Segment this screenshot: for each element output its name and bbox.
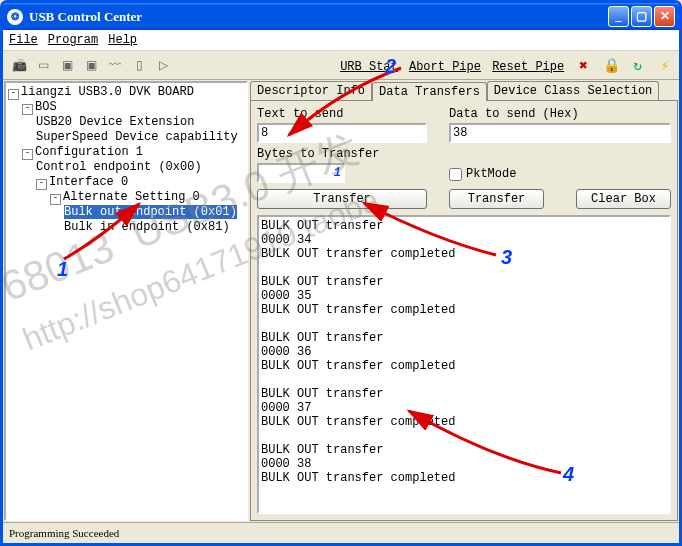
text-to-send-label: Text to send bbox=[257, 107, 427, 121]
bytes-label: Bytes to Transfer bbox=[257, 147, 427, 161]
lock-icon[interactable]: 🔒 bbox=[603, 57, 619, 74]
tree-label[interactable]: Bulk out endpoint (0x01) bbox=[64, 205, 237, 219]
toolbar: 📠 ▭ ▣ ▣ 〰 ▯ ▷ URB Stat Abort Pipe Reset … bbox=[3, 51, 679, 80]
tree-label[interactable]: USB20 Device Extension bbox=[36, 115, 194, 129]
device-icon[interactable]: 📠 bbox=[10, 56, 28, 74]
wave-icon[interactable]: 〰 bbox=[106, 56, 124, 74]
window-title: USB Control Center bbox=[29, 9, 142, 25]
box1-icon[interactable]: ▣ bbox=[58, 56, 76, 74]
tree-label[interactable]: SuperSpeed Device capability bbox=[36, 130, 238, 144]
tree-node[interactable]: -Alternate Setting 0Bulk out endpoint (0… bbox=[50, 190, 246, 235]
transfer-button-left[interactable]: Transfer bbox=[257, 189, 427, 209]
tree-node[interactable]: -BOSUSB20 Device ExtensionSuperSpeed Dev… bbox=[22, 100, 246, 145]
tree-label[interactable]: Control endpoint (0x00) bbox=[36, 160, 202, 174]
tree-label[interactable]: Bulk in endpoint (0x81) bbox=[64, 220, 230, 234]
device-tree[interactable]: -liangzi USB3.0 DVK BOARD-BOSUSB20 Devic… bbox=[4, 81, 248, 521]
tree-label[interactable]: BOS bbox=[35, 100, 57, 114]
tab-data-transfers[interactable]: Data Transfers bbox=[372, 82, 487, 101]
box2-icon[interactable]: ▣ bbox=[82, 56, 100, 74]
clear-box-button[interactable]: Clear Box bbox=[576, 189, 671, 209]
cancel-icon[interactable]: ✖ bbox=[575, 57, 591, 74]
tabs: Descriptor Info Data Transfers Device Cl… bbox=[250, 81, 678, 100]
tree-label[interactable]: Alternate Setting 0 bbox=[63, 190, 200, 204]
transfer-button-right[interactable]: Transfer bbox=[449, 189, 544, 209]
menu-help[interactable]: Help bbox=[108, 33, 137, 47]
folder-icon[interactable]: ▭ bbox=[34, 56, 52, 74]
menu-program[interactable]: Program bbox=[48, 33, 98, 47]
bolt-icon[interactable]: ⚡ bbox=[657, 57, 673, 74]
hex-to-send-input[interactable] bbox=[449, 123, 671, 143]
text-to-send-input[interactable] bbox=[257, 123, 427, 143]
pktmode-label: PktMode bbox=[449, 166, 671, 181]
abort-pipe-link[interactable]: Abort Pipe bbox=[409, 60, 481, 74]
tree-expand-icon[interactable]: - bbox=[22, 149, 33, 160]
urb-stat-link[interactable]: URB Stat bbox=[340, 60, 398, 74]
reset-pipe-link[interactable]: Reset Pipe bbox=[492, 60, 564, 74]
tab-device-class-selection[interactable]: Device Class Selection bbox=[487, 81, 659, 100]
menu-file[interactable]: File bbox=[9, 33, 38, 47]
tree-node[interactable]: Bulk out endpoint (0x01) bbox=[64, 205, 246, 220]
status-bar: Programming Succeeded bbox=[3, 522, 679, 543]
refresh-icon[interactable]: ↻ bbox=[630, 57, 646, 74]
bytes-input[interactable] bbox=[257, 163, 345, 183]
tree-expand-icon[interactable]: - bbox=[8, 89, 19, 100]
tree-label[interactable]: Configuration 1 bbox=[35, 145, 143, 159]
tree-node[interactable]: SuperSpeed Device capability bbox=[36, 130, 246, 145]
tree-node[interactable]: Bulk in endpoint (0x81) bbox=[64, 220, 246, 235]
pktmode-checkbox[interactable] bbox=[449, 168, 462, 181]
tab-descriptor-info[interactable]: Descriptor Info bbox=[250, 81, 372, 100]
tree-node[interactable]: USB20 Device Extension bbox=[36, 115, 246, 130]
transfer-log[interactable]: BULK OUT transfer 0000 34 BULK OUT trans… bbox=[257, 215, 671, 514]
tree-node[interactable]: -liangzi USB3.0 DVK BOARD-BOSUSB20 Devic… bbox=[8, 85, 246, 235]
data-transfers-pane: Text to send Data to send (Hex) Bytes to… bbox=[250, 100, 678, 521]
page-icon[interactable]: ▯ bbox=[130, 56, 148, 74]
app-icon: ❂ bbox=[7, 9, 23, 25]
tree-expand-icon[interactable]: - bbox=[36, 179, 47, 190]
tree-expand-icon[interactable]: - bbox=[50, 194, 61, 205]
maximize-button[interactable]: ▢ bbox=[631, 6, 652, 27]
tree-node[interactable]: -Configuration 1Control endpoint (0x00)-… bbox=[22, 145, 246, 235]
menubar: File Program Help bbox=[3, 30, 679, 51]
tree-node[interactable]: Control endpoint (0x00) bbox=[36, 160, 246, 175]
close-button[interactable]: ✕ bbox=[654, 6, 675, 27]
tree-label[interactable]: liangzi USB3.0 DVK BOARD bbox=[21, 85, 194, 99]
tree-expand-icon[interactable]: - bbox=[22, 104, 33, 115]
tree-label[interactable]: Interface 0 bbox=[49, 175, 128, 189]
titlebar: ❂ USB Control Center _ ▢ ✕ bbox=[3, 3, 679, 30]
minimize-button[interactable]: _ bbox=[608, 6, 629, 27]
play-icon[interactable]: ▷ bbox=[154, 56, 172, 74]
hex-to-send-label: Data to send (Hex) bbox=[449, 107, 671, 121]
tree-node[interactable]: -Interface 0-Alternate Setting 0Bulk out… bbox=[36, 175, 246, 235]
